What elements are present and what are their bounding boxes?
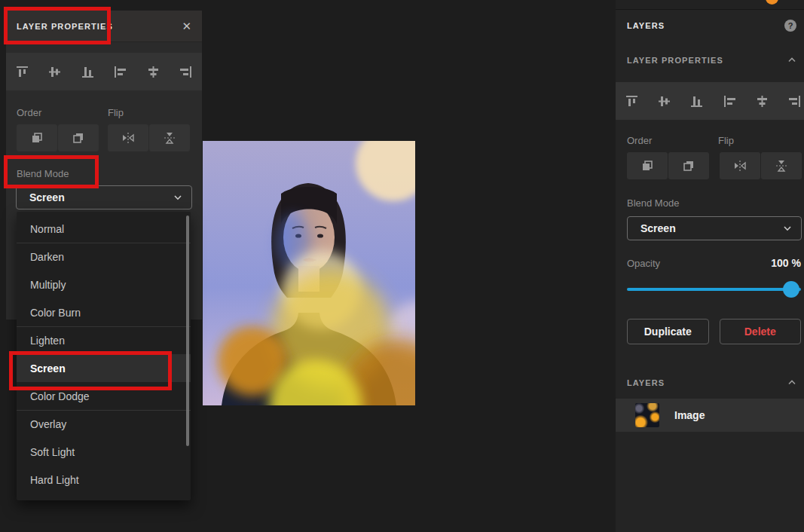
order-flip-buttons-right	[627, 152, 793, 179]
send-backward-button[interactable]	[668, 152, 709, 179]
menu-item-darken[interactable]: Darken	[17, 243, 191, 271]
opacity-slider[interactable]	[627, 281, 801, 298]
popup-header: LAYER PROPERTIES ✕	[6, 11, 202, 42]
avatar[interactable]	[766, 0, 778, 5]
blend-mode-label: Blend Mode	[627, 197, 793, 209]
opacity-row: Opacity 100 %	[627, 257, 801, 269]
layer-actions: Duplicate Delete	[627, 319, 801, 344]
menu-item-soft-light[interactable]: Soft Light	[17, 438, 191, 466]
layers-panel-header: LAYERS ?	[616, 10, 804, 41]
menu-item-normal[interactable]: Normal	[17, 215, 191, 243]
flip-horizontal-button[interactable]	[720, 152, 760, 179]
bring-forward-button[interactable]	[17, 124, 57, 151]
align-top-icon[interactable]	[625, 95, 638, 108]
opacity-value: 100 %	[771, 257, 801, 269]
blend-mode-menu: Normal Darken Multiply Color Burn Lighte…	[17, 212, 191, 500]
flip-label: Flip	[718, 135, 734, 146]
flip-horizontal-icon	[121, 131, 135, 145]
send-backward-icon	[682, 159, 695, 173]
align-top-icon[interactable]	[16, 66, 29, 78]
align-right-icon[interactable]	[179, 66, 192, 78]
section-layer-properties-title: LAYER PROPERTIES	[627, 56, 723, 65]
menu-item-overlay[interactable]: Overlay	[17, 410, 191, 438]
layer-name: Image	[674, 409, 705, 421]
chevron-down-icon	[783, 224, 792, 233]
align-bottom-icon[interactable]	[690, 95, 703, 108]
flip-label: Flip	[108, 107, 124, 118]
top-bar	[616, 0, 804, 10]
layers-section: LAYERS Image	[616, 373, 804, 432]
menu-item-multiply[interactable]: Multiply	[17, 271, 191, 298]
order-label: Order	[17, 107, 108, 118]
menu-item-color-dodge[interactable]: Color Dodge	[17, 382, 191, 410]
help-icon[interactable]: ?	[784, 20, 796, 32]
bring-forward-icon	[30, 131, 44, 145]
section-layer-properties[interactable]: LAYER PROPERTIES	[616, 50, 804, 70]
blend-mode-value: Screen	[640, 222, 676, 234]
bring-forward-button[interactable]	[627, 152, 668, 179]
flip-vertical-button[interactable]	[761, 152, 802, 179]
chevron-up-icon	[787, 56, 796, 65]
delete-button[interactable]: Delete	[720, 319, 802, 344]
duplicate-button[interactable]: Duplicate	[627, 319, 709, 344]
layers-panel-title: LAYERS	[627, 21, 665, 30]
menu-scrollbar[interactable]	[186, 216, 189, 446]
blend-mode-label: Blend Mode	[17, 168, 191, 179]
order-label: Order	[627, 135, 718, 146]
opacity-label: Opacity	[627, 258, 660, 269]
blend-mode-select[interactable]: Screen	[16, 185, 192, 209]
align-left-icon[interactable]	[114, 66, 127, 78]
order-flip-labels: Order Flip	[17, 107, 191, 118]
order-flip-labels-right: Order Flip	[627, 135, 793, 146]
flip-vertical-icon	[775, 159, 788, 173]
flip-horizontal-icon	[733, 159, 747, 173]
align-middle-vertical-icon[interactable]	[658, 95, 671, 108]
section-layers[interactable]: LAYERS	[616, 373, 804, 393]
blend-mode-select-right[interactable]: Screen	[627, 216, 802, 240]
flip-vertical-button[interactable]	[149, 124, 190, 151]
align-middle-vertical-icon[interactable]	[48, 66, 61, 78]
menu-item-color-burn[interactable]: Color Burn	[17, 298, 191, 326]
opacity-slider-handle[interactable]	[783, 281, 799, 298]
menu-item-hard-light[interactable]: Hard Light	[17, 466, 191, 494]
send-backward-button[interactable]	[58, 124, 99, 151]
menu-item-screen[interactable]: Screen	[17, 354, 191, 382]
align-right-icon[interactable]	[788, 95, 801, 108]
alignment-toolbar-right	[616, 82, 804, 120]
opacity-slider-track	[627, 288, 801, 291]
bring-forward-icon	[640, 159, 654, 173]
section-layers-title: LAYERS	[627, 378, 665, 387]
align-center-horizontal-icon[interactable]	[147, 66, 160, 78]
portrait-photo	[203, 141, 415, 405]
layer-thumbnail	[635, 403, 659, 427]
alignment-toolbar	[6, 53, 202, 90]
layers-panel: LAYERS ? LAYER PROPERTIES Order Flip	[616, 0, 804, 532]
chevron-down-icon	[173, 193, 182, 202]
menu-item-lighten[interactable]: Lighten	[17, 326, 191, 354]
canvas-image[interactable]	[203, 141, 415, 405]
popup-title: LAYER PROPERTIES	[17, 22, 113, 31]
flip-horizontal-button[interactable]	[108, 124, 148, 151]
layer-row-image[interactable]: Image	[616, 399, 804, 432]
blend-mode-value: Screen	[29, 191, 65, 203]
order-flip-buttons	[17, 124, 191, 151]
align-left-icon[interactable]	[723, 95, 736, 108]
flip-vertical-icon	[163, 131, 176, 145]
chevron-up-icon	[787, 378, 796, 387]
close-icon[interactable]: ✕	[182, 20, 191, 32]
send-backward-icon	[72, 131, 85, 145]
align-bottom-icon[interactable]	[81, 66, 94, 78]
align-center-horizontal-icon[interactable]	[756, 95, 769, 108]
